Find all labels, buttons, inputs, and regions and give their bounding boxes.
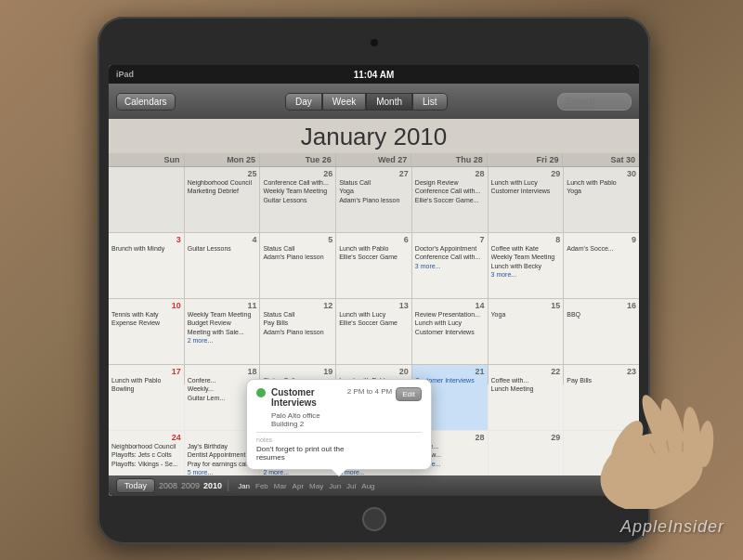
day-header-wed: Wed 27 bbox=[336, 153, 412, 166]
cell-date: 13 bbox=[339, 301, 409, 310]
cell-date: 30 bbox=[567, 169, 636, 178]
table-row[interactable]: 10 Tennis with Katy Expense Review bbox=[109, 299, 184, 364]
popup-color-dot bbox=[256, 388, 266, 397]
table-row[interactable]: 22 Coffee with... Lunch Meeting bbox=[489, 365, 564, 430]
list-item[interactable]: 3 more... bbox=[491, 271, 561, 278]
table-row[interactable]: 11 Weekly Team Meeting Budget Review Mee… bbox=[185, 299, 260, 364]
day-header-sun: Sun bbox=[109, 153, 185, 166]
table-row[interactable]: 9 Adam's Socce... bbox=[564, 233, 639, 298]
list-item: Budget Review bbox=[188, 319, 257, 327]
month-view-button[interactable]: Month bbox=[366, 93, 412, 111]
cell-date: 5 bbox=[263, 235, 332, 244]
list-item: Yoga bbox=[339, 188, 409, 195]
week-view-button[interactable]: Week bbox=[322, 93, 366, 111]
table-row[interactable]: 30 Lunch with Pablo Yoga bbox=[564, 167, 639, 232]
watermark: AppleInsider bbox=[620, 517, 724, 537]
cell-date: 11 bbox=[188, 301, 257, 310]
list-item[interactable]: 3 more... bbox=[415, 263, 485, 269]
list-item: Doctor's Appointment bbox=[415, 245, 485, 253]
timeline-year-2008[interactable]: 2008 bbox=[159, 481, 177, 490]
list-item: Coffee with... bbox=[491, 377, 561, 384]
list-item: Ellie's Soccer Game... bbox=[415, 197, 485, 204]
timeline-month-jul[interactable]: Jul bbox=[346, 482, 356, 490]
list-item[interactable]: 2 more... bbox=[188, 337, 257, 344]
popup-title: CustomerInterviews bbox=[271, 387, 344, 408]
list-item: Expense Review bbox=[111, 319, 181, 327]
cell-date: 19 bbox=[263, 367, 332, 376]
table-row[interactable]: 25 Neighborhood Council Marketing Debrie… bbox=[185, 167, 260, 232]
cell-date: 20 bbox=[339, 367, 409, 376]
list-item: Yoga bbox=[491, 311, 561, 319]
calendar-title: January 2010 bbox=[109, 123, 639, 151]
table-row[interactable]: 8 Coffee with Kate Weekly Team Meeting L… bbox=[489, 233, 564, 298]
table-row[interactable]: 4 Guitar Lessons bbox=[185, 233, 260, 298]
table-row[interactable]: 13 Lunch with Lucy Ellie's Soccer Game bbox=[336, 299, 411, 364]
table-row[interactable]: 16 BBQ bbox=[564, 299, 639, 364]
timeline-month-aug[interactable]: Aug bbox=[361, 482, 374, 490]
event-popup: CustomerInterviews 2 PM to 4 PM Edit Pal… bbox=[246, 379, 432, 470]
list-item: Adam's Piano lesson bbox=[263, 254, 332, 261]
list-item: Lunch Meeting bbox=[491, 385, 561, 393]
list-item: Lunch with Lucy bbox=[415, 319, 485, 327]
cell-date: 18 bbox=[188, 367, 257, 376]
list-item: Design Review bbox=[415, 179, 485, 187]
list-item: Guitar Lessons bbox=[188, 245, 257, 253]
table-row[interactable]: 14 Review Presentation... Lunch with Luc… bbox=[412, 299, 488, 364]
timeline-year-2010[interactable]: 2010 bbox=[203, 481, 222, 490]
popup-edit-button[interactable]: Edit bbox=[396, 387, 422, 401]
cell-date: 15 bbox=[491, 301, 561, 310]
list-item: Lunch with Lucy bbox=[339, 311, 409, 319]
cell-date: 26 bbox=[263, 169, 332, 178]
table-row[interactable]: 6 Lunch with Pablo Ellie's Soccer Game bbox=[336, 233, 411, 298]
list-item: Lunch with Lucy bbox=[491, 179, 561, 187]
timeline-month-mar[interactable]: Mar bbox=[274, 482, 287, 490]
table-row[interactable] bbox=[109, 167, 184, 232]
status-time: 11:04 AM bbox=[354, 70, 395, 80]
list-item: BBQ bbox=[567, 311, 636, 319]
timeline-year-2009[interactable]: 2009 bbox=[181, 481, 200, 490]
cell-date: 27 bbox=[339, 169, 409, 178]
timeline-month-jan[interactable]: Jan bbox=[238, 482, 250, 490]
table-row[interactable]: 27 Status Call Yoga Adam's Piano lesson bbox=[336, 167, 411, 232]
list-item: Ellie's Soccer Game bbox=[339, 319, 409, 327]
search-input[interactable] bbox=[557, 93, 632, 111]
table-row[interactable]: 29 Lunch with Lucy Customer Interviews bbox=[489, 167, 564, 232]
calendars-button[interactable]: Calendars bbox=[116, 93, 176, 111]
day-headers-row: Sun Mon 25 Tue 26 Wed 27 Thu 28 Fri 29 S… bbox=[109, 153, 639, 167]
timeline-month-may[interactable]: May bbox=[309, 482, 323, 490]
popup-arrow bbox=[332, 469, 346, 476]
screen-content: iPad 11:04 AM Calendars Day Week Month L… bbox=[109, 65, 639, 496]
nav-bar: Calendars Day Week Month List bbox=[109, 84, 639, 119]
day-view-button[interactable]: Day bbox=[285, 93, 322, 111]
list-view-button[interactable]: List bbox=[412, 93, 448, 111]
table-row[interactable]: 12 Status Call Pay Bills Adam's Piano le… bbox=[260, 299, 335, 364]
calendar-grid: 25 Neighborhood Council Marketing Debrie… bbox=[109, 167, 639, 384]
table-row[interactable]: 5 Status Call Adam's Piano lesson bbox=[260, 233, 335, 298]
ipad-screen: iPad 11:04 AM Calendars Day Week Month L… bbox=[109, 65, 639, 496]
day-header-thu: Thu 28 bbox=[411, 153, 488, 166]
timeline-month-jun[interactable]: Jun bbox=[329, 482, 341, 490]
table-row[interactable]: 15 Yoga bbox=[489, 299, 564, 364]
table-row[interactable]: 26 Conference Call with... Weekly Team M… bbox=[260, 167, 335, 232]
today-button[interactable]: Today bbox=[116, 478, 155, 493]
list-item: Conference Call with... bbox=[263, 179, 332, 187]
cell-date: 17 bbox=[111, 367, 181, 376]
timeline-month-feb[interactable]: Feb bbox=[255, 482, 268, 490]
list-item: Status Call bbox=[263, 311, 332, 319]
list-item: Playoffs: Vikings - Se... bbox=[111, 461, 181, 468]
ipad-camera bbox=[371, 39, 378, 46]
table-row[interactable]: 7 Doctor's Appointment Conference Call w… bbox=[412, 233, 488, 298]
calendar-body: 25 Neighborhood Council Marketing Debrie… bbox=[109, 167, 639, 496]
table-row[interactable]: 28 Design Review Conference Call with...… bbox=[412, 167, 488, 232]
table-row[interactable]: 17 Lunch with Pablo Bowling bbox=[109, 365, 184, 430]
day-header-tue: Tue 26 bbox=[260, 153, 336, 166]
ipad-home-button[interactable] bbox=[362, 507, 386, 531]
list-item: Ellie's Soccer Game bbox=[339, 254, 409, 261]
list-item: Bowling bbox=[111, 385, 181, 393]
cell-date: 14 bbox=[415, 301, 485, 310]
table-row[interactable]: 23 Pay Bills bbox=[564, 365, 639, 430]
timeline-month-apr[interactable]: Apr bbox=[293, 482, 304, 490]
cell-date: 10 bbox=[111, 301, 181, 310]
table-row[interactable]: 3 Brunch with Mindy bbox=[109, 233, 184, 298]
cell-date: 28 bbox=[415, 169, 485, 178]
